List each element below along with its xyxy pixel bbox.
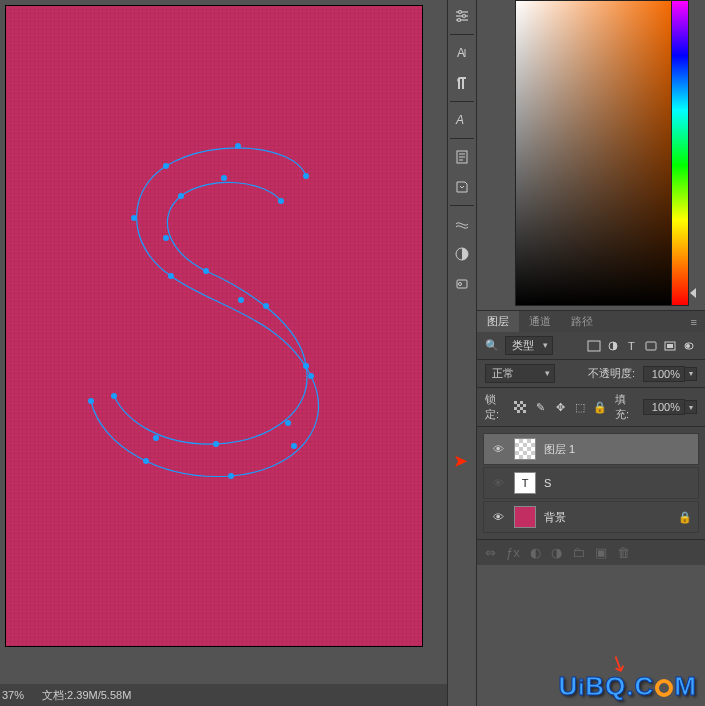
sliders-icon[interactable] — [448, 2, 476, 30]
layer-thumbnail[interactable] — [514, 506, 536, 528]
path-overlay — [6, 6, 422, 646]
layer-row[interactable]: 👁 图层 1 — [483, 433, 699, 465]
delete-layer-icon[interactable]: 🗑 — [617, 545, 630, 560]
svg-point-19 — [213, 441, 219, 447]
hue-strip[interactable] — [671, 0, 689, 306]
svg-point-27 — [458, 19, 461, 22]
filter-smart-icon[interactable] — [662, 339, 678, 353]
adjust-icon[interactable] — [448, 240, 476, 268]
svg-rect-46 — [514, 401, 526, 413]
filter-pixel-icon[interactable] — [586, 339, 602, 353]
mask-icon[interactable]: ◐ — [530, 545, 541, 560]
document-info: 文档:2.39M/5.58M — [42, 688, 131, 703]
lock-icon: 🔒 — [678, 511, 692, 524]
filter-adjust-icon[interactable] — [605, 339, 621, 353]
visibility-eye-icon[interactable]: 👁 — [490, 441, 506, 457]
svg-point-1 — [235, 143, 241, 149]
link-layers-icon[interactable]: ⇔ — [485, 545, 496, 560]
svg-point-4 — [168, 273, 174, 279]
layer-name[interactable]: 图层 1 — [544, 442, 692, 457]
svg-point-2 — [163, 163, 169, 169]
filter-shape-icon[interactable] — [643, 339, 659, 353]
layers-panel: ➤ 图层 通道 路径 ≡ 🔍 类型 ▾ T — [477, 310, 705, 706]
adjustment-icon[interactable]: ◑ — [551, 545, 562, 560]
visibility-eye-icon[interactable]: 👁 — [490, 509, 506, 525]
visibility-eye-icon[interactable]: 👁 — [490, 475, 506, 491]
statusbar: 37% 文档:2.39M/5.58M — [0, 684, 447, 706]
paragraph-icon[interactable] — [448, 69, 476, 97]
layer-name[interactable]: 背景 — [544, 510, 670, 525]
svg-point-6 — [308, 373, 314, 379]
chevron-down-icon[interactable]: ▾ — [685, 367, 697, 381]
notes-icon[interactable] — [448, 143, 476, 171]
layers-bottom-bar: ⇔ ƒx ◐ ◑ 🗀 ▣ 🗑 — [477, 539, 705, 565]
svg-point-9 — [143, 458, 149, 464]
svg-point-17 — [303, 363, 309, 369]
group-icon[interactable]: 🗀 — [572, 545, 585, 560]
filter-toggle-icon[interactable] — [681, 339, 697, 353]
zoom-level[interactable]: 37% — [2, 689, 24, 701]
lock-transparency-icon[interactable] — [513, 400, 527, 414]
svg-point-21 — [111, 393, 117, 399]
chevron-down-icon: ▾ — [545, 368, 550, 378]
chevron-down-icon[interactable]: ▾ — [685, 400, 697, 414]
blend-mode-select[interactable]: 正常 ▾ — [485, 364, 555, 383]
svg-point-18 — [285, 420, 291, 426]
svg-point-8 — [228, 473, 234, 479]
svg-point-5 — [238, 297, 244, 303]
lock-position-icon[interactable]: ✥ — [553, 400, 567, 414]
type-tools-column: A A — [447, 0, 477, 706]
lock-brush-icon[interactable]: ✎ — [533, 400, 547, 414]
panel-flyout-icon[interactable]: ≡ — [683, 316, 705, 328]
warp-icon[interactable] — [448, 210, 476, 238]
svg-point-14 — [163, 235, 169, 241]
tab-layers[interactable]: 图层 — [477, 311, 519, 332]
tab-paths[interactable]: 路径 — [561, 311, 603, 332]
glyphs-icon[interactable]: A — [448, 106, 476, 134]
fill-input[interactable]: 100% — [643, 399, 685, 415]
layer-filter-select[interactable]: 类型 ▾ — [505, 336, 553, 355]
lock-all-icon[interactable]: 🔒 — [593, 400, 607, 414]
svg-text:A: A — [455, 113, 464, 127]
blend-mode-value: 正常 — [492, 367, 514, 379]
fx-icon[interactable]: ƒx — [506, 545, 520, 560]
chevron-down-icon: ▾ — [543, 340, 548, 350]
svg-point-20 — [153, 435, 159, 441]
canvas-area: 37% 文档:2.39M/5.58M — [0, 0, 447, 706]
layer-filter-label: 类型 — [512, 339, 534, 351]
document-canvas[interactable] — [6, 6, 422, 646]
fill-label: 填充: — [615, 392, 635, 422]
color-panel — [477, 0, 705, 310]
hue-slider-icon[interactable] — [690, 288, 696, 298]
layer-thumbnail[interactable] — [514, 438, 536, 460]
svg-point-0 — [303, 173, 309, 179]
tab-channels[interactable]: 通道 — [519, 311, 561, 332]
layer-row[interactable]: 👁 背景 🔒 — [483, 501, 699, 533]
layer-row[interactable]: 👁 T S — [483, 467, 699, 499]
svg-point-3 — [131, 215, 137, 221]
lock-label: 锁定: — [485, 392, 505, 422]
new-layer-icon[interactable]: ▣ — [595, 545, 607, 560]
svg-point-7 — [291, 443, 297, 449]
text-align-icon[interactable]: A — [448, 39, 476, 67]
badge-icon[interactable] — [448, 270, 476, 298]
svg-point-16 — [263, 303, 269, 309]
svg-rect-41 — [646, 342, 656, 350]
filter-type-icon[interactable]: T — [624, 339, 640, 353]
lock-artboard-icon[interactable]: ⬚ — [573, 400, 587, 414]
color-field[interactable] — [515, 0, 673, 306]
svg-point-13 — [178, 193, 184, 199]
script-icon[interactable] — [448, 173, 476, 201]
svg-point-10 — [88, 398, 94, 404]
svg-text:T: T — [628, 340, 635, 352]
layer-name[interactable]: S — [544, 477, 692, 489]
opacity-input[interactable]: 100% — [643, 366, 685, 382]
search-icon: 🔍 — [485, 339, 499, 352]
annotation-arrow-icon: ➤ — [453, 450, 468, 472]
svg-point-37 — [459, 283, 462, 286]
opacity-label: 不透明度: — [588, 366, 635, 381]
svg-point-26 — [463, 15, 466, 18]
layer-thumbnail[interactable]: T — [514, 472, 536, 494]
panel-tabs: 图层 通道 路径 ≡ — [477, 310, 705, 332]
svg-rect-38 — [588, 341, 600, 351]
